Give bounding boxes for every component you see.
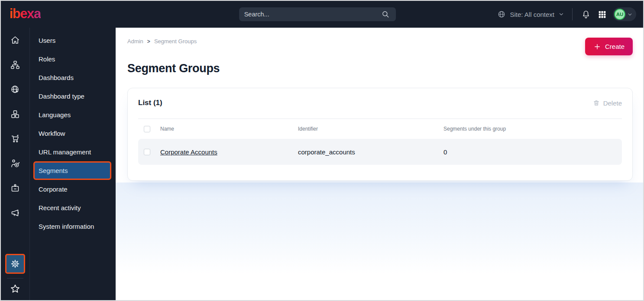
global-search[interactable] <box>239 7 396 21</box>
menu-item-recent-activity[interactable]: Recent activity <box>33 199 111 217</box>
breadcrumb-admin[interactable]: Admin <box>127 38 143 45</box>
breadcrumb: Admin > Segment Groups <box>127 38 633 45</box>
segment-group-identifier: corporate_accounts <box>298 148 443 156</box>
menu-item-dashboard-type[interactable]: Dashboard type <box>33 87 111 106</box>
plus-icon <box>593 43 601 51</box>
menu-item-segments-active[interactable]: Segments <box>33 161 111 180</box>
admin-menu: Users Roles Dashboards Dashboard type La… <box>30 28 116 300</box>
cart-icon <box>10 134 20 144</box>
sidebar-item-campaigns[interactable] <box>10 208 20 218</box>
trash-icon <box>593 99 600 106</box>
apps-grid-icon[interactable] <box>597 9 608 20</box>
badge-icon <box>10 183 20 193</box>
delete-button-label: Delete <box>603 99 622 107</box>
page-title: Segment Groups <box>127 62 633 75</box>
ibexa-logo[interactable]: ibexa <box>10 7 41 22</box>
main-content: Admin > Segment Groups Create Segment Gr… <box>116 28 643 300</box>
sidebar-item-bookmarks[interactable] <box>10 284 21 294</box>
avatar: AU <box>614 9 625 20</box>
table-header: Name Identifier Segments under this grou… <box>138 119 622 139</box>
delete-button[interactable]: Delete <box>593 99 622 107</box>
create-button[interactable]: Create <box>585 38 633 55</box>
column-header-identifier: Identifier <box>298 126 443 132</box>
row-checkbox[interactable] <box>144 149 150 155</box>
sidebar-divider <box>7 278 23 279</box>
sidebar-item-site-structure[interactable] <box>10 60 20 70</box>
menu-item-workflow[interactable]: Workflow <box>33 124 111 143</box>
site-context-label: Site: All context <box>510 11 554 18</box>
list-title: List (1) <box>138 99 162 107</box>
breadcrumb-separator: > <box>147 38 150 45</box>
boxes-icon <box>10 109 20 119</box>
menu-item-roles[interactable]: Roles <box>33 50 111 68</box>
sidebar-item-corporate[interactable] <box>10 183 20 193</box>
site-context-selector[interactable]: Site: All context <box>497 10 564 19</box>
sidebar-item-site[interactable] <box>10 84 20 95</box>
app-window: ibexa Site: All context <box>0 0 644 301</box>
menu-item-corporate[interactable]: Corporate <box>33 180 111 199</box>
menu-item-url-management[interactable]: URL management <box>33 143 111 161</box>
chevron-down-icon <box>627 12 633 17</box>
sidebar-item-product-catalog[interactable] <box>10 109 20 119</box>
menu-item-dashboards[interactable]: Dashboards <box>33 68 111 87</box>
menu-item-users[interactable]: Users <box>33 31 111 50</box>
globe-icon <box>497 10 506 19</box>
user-menu[interactable]: AU <box>613 7 636 21</box>
sidebar-item-personalization[interactable] <box>10 158 20 169</box>
menu-item-system-information[interactable]: System information <box>33 217 111 236</box>
segment-groups-list-card: List (1) Delete N <box>127 88 633 181</box>
menu-item-languages[interactable]: Languages <box>33 106 111 124</box>
sidebar-item-admin-active[interactable] <box>5 254 25 274</box>
segment-group-name-link[interactable]: Corporate Accounts <box>160 148 217 156</box>
topbar-divider <box>572 8 573 20</box>
gear-icon <box>10 258 21 269</box>
sidebar-item-home[interactable] <box>10 35 20 45</box>
person-target-icon <box>10 158 20 169</box>
topbar: ibexa Site: All context <box>1 1 643 28</box>
star-icon <box>10 283 21 295</box>
select-all-checkbox[interactable] <box>144 126 150 132</box>
globe-cursor-icon <box>10 84 20 95</box>
column-header-segments: Segments under this group <box>443 126 622 132</box>
segments-under-group-count: 0 <box>443 148 622 156</box>
table-row: Corporate Accounts corporate_accounts 0 <box>138 139 622 165</box>
create-button-label: Create <box>605 43 625 50</box>
megaphone-icon <box>10 208 20 218</box>
sitemap-icon <box>10 60 20 70</box>
column-header-name: Name <box>160 126 298 132</box>
breadcrumb-current: Segment Groups <box>154 38 197 45</box>
notifications-bell-icon[interactable] <box>580 9 592 20</box>
chevron-down-icon <box>558 11 564 17</box>
search-icon[interactable] <box>380 9 391 19</box>
home-icon <box>10 35 20 45</box>
primary-sidebar <box>1 28 30 300</box>
topbar-actions: Site: All context AU <box>497 7 636 21</box>
sidebar-item-commerce[interactable] <box>10 134 20 144</box>
search-input[interactable] <box>244 11 380 18</box>
